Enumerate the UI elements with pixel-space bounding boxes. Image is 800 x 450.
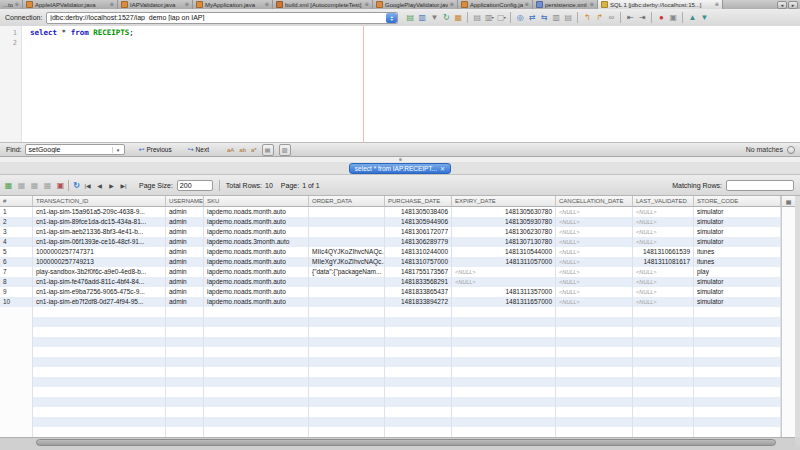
cell-expiry_date[interactable]: 1481306230780 <box>452 227 556 237</box>
insert-record-icon[interactable]: ▦ <box>3 179 14 192</box>
regex-icon[interactable]: a* <box>251 146 257 154</box>
cell-transaction_id[interactable]: play-sandbox-3b2f0f6c-a9e0-4ed8-b... <box>33 267 166 277</box>
tab-scroll-left-icon[interactable]: ◂ <box>777 1 787 9</box>
cell-last_validated[interactable]: <NULL> <box>633 297 694 307</box>
prev-page-icon[interactable]: ◀ <box>94 182 105 189</box>
column-header-transaction_id[interactable]: TRANSACTION_ID <box>33 196 166 207</box>
column-header-num[interactable]: # <box>0 196 33 207</box>
cell-purchase_date[interactable]: 1481305944906 <box>385 217 452 227</box>
zoom-icon[interactable]: ◎ <box>515 12 525 24</box>
tab-close-icon[interactable]: ⊗ <box>15 2 19 7</box>
tab-close-icon[interactable]: ⊗ <box>110 2 114 7</box>
cell-num[interactable]: 8 <box>0 277 33 287</box>
cell-last_validated[interactable]: <NULL> <box>633 207 694 217</box>
undo-icon[interactable]: ⇆ <box>539 12 549 24</box>
cell-sku[interactable]: iapdemo.noads.month.auto <box>204 257 309 267</box>
find-dropdown-icon[interactable]: ▾ <box>112 147 124 153</box>
cell-sku[interactable]: iapdemo.noads.month.auto <box>204 287 309 297</box>
cell-expiry_date[interactable]: 1481305930780 <box>452 217 556 227</box>
editor-tab[interactable]: AppleIAPValidator.java⊗ <box>23 0 118 9</box>
cell-expiry_date[interactable]: 1481311657000 <box>452 297 556 307</box>
scrollbar-thumb[interactable] <box>36 439 776 446</box>
cell-store_code[interactable]: itunes <box>694 257 781 267</box>
cell-username[interactable]: admin <box>166 257 204 267</box>
cell-username[interactable]: admin <box>166 227 204 237</box>
cell-expiry_date[interactable]: 1481311057000 <box>452 257 556 267</box>
cell-sku[interactable]: iapdemo.noads.month.auto <box>204 297 309 307</box>
cell-username[interactable]: admin <box>166 247 204 257</box>
cancel-edits-icon[interactable]: ▦ <box>42 179 53 192</box>
cell-sku[interactable]: iapdemo.noads.month.auto <box>204 207 309 217</box>
cell-num[interactable]: 1 <box>0 207 33 217</box>
editor-tab[interactable]: ...tor⊗ <box>0 0 23 9</box>
cell-order_data[interactable] <box>309 237 385 247</box>
cell-username[interactable]: admin <box>166 297 204 307</box>
cell-cancellation_date[interactable]: <NULL> <box>556 267 633 277</box>
cell-transaction_id[interactable]: cn1-iap-sim-aeb21336-8bf3-4e41-b... <box>33 227 166 237</box>
cell-cancellation_date[interactable]: <NULL> <box>556 287 633 297</box>
editor-tab[interactable]: MyApplication.java⊗ <box>193 0 273 9</box>
result-tab-close-icon[interactable]: ✕ <box>440 166 445 172</box>
wrap-around-icon[interactable]: ▥ <box>279 144 291 156</box>
send-icon[interactable]: ▤ <box>563 12 573 24</box>
tab-close-icon[interactable]: ⊗ <box>450 2 454 7</box>
cell-cancellation_date[interactable]: <NULL> <box>556 227 633 237</box>
column-header-sku[interactable]: SKU <box>204 196 309 207</box>
find-next-button[interactable]: ↪ Next <box>188 146 209 154</box>
sql-editor[interactable]: 12 select * from RECEIPTS; <box>0 26 800 142</box>
cell-username[interactable]: admin <box>166 287 204 297</box>
cell-cancellation_date[interactable]: <NULL> <box>556 247 633 257</box>
cell-transaction_id[interactable]: 1000000257749213 <box>33 257 166 267</box>
open-file-icon[interactable]: ▥ <box>417 12 427 24</box>
column-header-order_data[interactable]: ORDER_DATA <box>309 196 385 207</box>
cell-purchase_date[interactable]: 1481305038406 <box>385 207 452 217</box>
column-header-expiry_date[interactable]: EXPIRY_DATE <box>452 196 556 207</box>
match-case-icon[interactable]: aA <box>227 146 234 154</box>
cell-cancellation_date[interactable]: <NULL> <box>556 257 633 267</box>
cell-num[interactable]: 3 <box>0 227 33 237</box>
comment-icon[interactable]: ▲ <box>687 12 697 24</box>
matching-rows-input[interactable] <box>726 180 794 191</box>
editor-tab[interactable]: build.xml [AutocompleteTest]⊗ <box>273 0 373 9</box>
tab-close-icon[interactable]: ⊗ <box>590 2 594 7</box>
column-header-purchase_date[interactable]: PURCHASE_DATE <box>385 196 452 207</box>
cell-store_code[interactable]: simulator <box>694 297 781 307</box>
cell-sku[interactable]: iapdemo.noads.month.auto <box>204 247 309 257</box>
column-header-store_code[interactable]: STORE_CODE <box>694 196 781 207</box>
cell-order_data[interactable] <box>309 287 385 297</box>
find-input[interactable]: setGoogle ▾ <box>25 144 125 155</box>
cell-store_code[interactable]: itunes <box>694 247 781 257</box>
highlight-results-icon[interactable]: ▤ <box>262 144 274 156</box>
find-previous-button[interactable]: ↩ Previous <box>139 146 172 154</box>
cell-purchase_date[interactable]: 1481833865437 <box>385 287 452 297</box>
cell-cancellation_date[interactable]: <NULL> <box>556 207 633 217</box>
tab-close-icon[interactable]: ⊗ <box>365 2 369 7</box>
cell-sku[interactable]: iapdemo.noads.month.auto <box>204 267 309 277</box>
tab-scroll-right-icon[interactable]: ▸ <box>788 1 798 9</box>
editor-tab[interactable]: ApplicationConfig.java⊗ <box>458 0 533 9</box>
cell-expiry_date[interactable]: 1481310544000 <box>452 247 556 257</box>
cell-order_data[interactable]: MIIc4QYJKoZIhvcNAQc... <box>309 247 385 257</box>
next-page-icon[interactable]: ▶ <box>106 182 117 189</box>
delete-record-icon[interactable]: ▦ <box>16 179 27 192</box>
connection-dropdown-icon[interactable]: ▴▾ <box>386 13 397 23</box>
cell-num[interactable]: 10 <box>0 297 33 307</box>
cell-cancellation_date[interactable]: <NULL> <box>556 277 633 287</box>
cell-store_code[interactable]: simulator <box>694 287 781 297</box>
cell-transaction_id[interactable]: cn1-iap-sim-15a961a5-209c-4638-9... <box>33 207 166 217</box>
cell-username[interactable]: admin <box>166 237 204 247</box>
uncomment-icon[interactable]: ▼ <box>699 12 709 24</box>
cell-order_data[interactable]: MIIeXgYJKoZIhvcNAQc... <box>309 257 385 267</box>
result-tab[interactable]: select * from IAP.RECEIPT... ✕ <box>349 163 451 174</box>
find-help-icon[interactable] <box>787 146 795 154</box>
export-icon[interactable]: ▦ <box>453 12 463 24</box>
cell-last_validated[interactable]: <NULL> <box>633 237 694 247</box>
cell-order_data[interactable] <box>309 297 385 307</box>
shift-left-icon[interactable]: ⇤ <box>625 12 635 24</box>
last-page-icon[interactable]: ▶| <box>118 182 129 189</box>
cell-order_data[interactable] <box>309 277 385 287</box>
duplicate-icon[interactable]: ▥ <box>551 12 561 24</box>
cell-transaction_id[interactable]: cn1-iap-sim-fe476add-811c-4bf4-84... <box>33 277 166 287</box>
whole-words-icon[interactable]: ab <box>239 146 246 154</box>
cell-username[interactable]: admin <box>166 217 204 227</box>
